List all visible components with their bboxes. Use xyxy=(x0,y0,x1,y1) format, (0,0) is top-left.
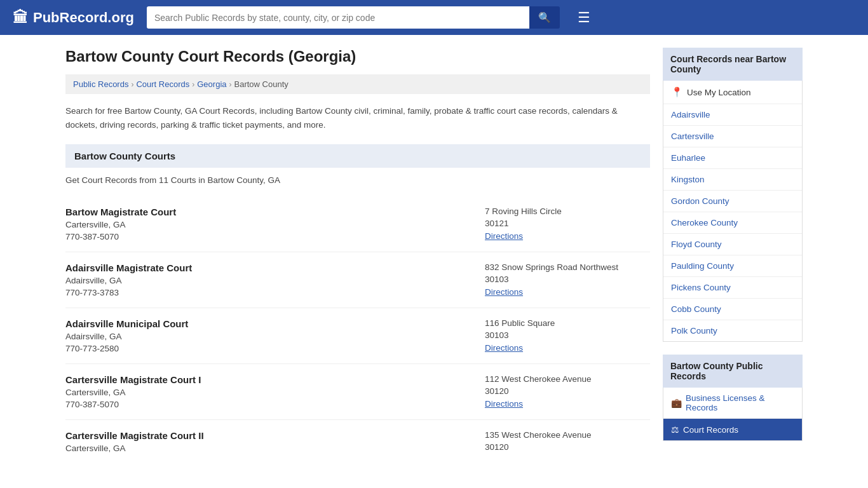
court-city: Cartersville, GA xyxy=(65,388,201,397)
court-city: Adairsville, GA xyxy=(65,332,188,341)
court-address: 832 Snow Springs Road Northwest xyxy=(485,262,650,272)
public-record-icon-0: 💼 xyxy=(671,398,682,408)
sidebar-nearby-item-8[interactable]: Pickens County xyxy=(663,277,802,299)
breadcrumb-current: Bartow County xyxy=(234,79,288,89)
content-area: Bartow County Court Records (Georgia) Pu… xyxy=(65,48,650,466)
court-zip: 30103 xyxy=(485,274,650,284)
court-left-4: Cartersville Magistrate Court II Carters… xyxy=(65,430,204,456)
sidebar-nearby-item-3[interactable]: Kingston xyxy=(663,169,802,191)
court-address: 116 Public Square xyxy=(485,318,650,328)
breadcrumb-court-records[interactable]: Court Records xyxy=(136,79,189,89)
search-input[interactable] xyxy=(147,6,529,29)
main-container: Bartow County Court Records (Georgia) Pu… xyxy=(53,35,815,478)
sidebar-nearby-item-10[interactable]: Polk County xyxy=(663,320,802,341)
menu-button[interactable]: ☰ xyxy=(573,7,595,29)
court-entry: Adairsville Magistrate Court Adairsville… xyxy=(65,252,650,308)
court-zip: 30120 xyxy=(485,442,650,452)
breadcrumb: Public Records › Court Records › Georgia… xyxy=(65,74,650,94)
logo-icon: 🏛 xyxy=(13,9,28,27)
court-right-1: 832 Snow Springs Road Northwest 30103 Di… xyxy=(485,262,650,297)
court-directions[interactable]: Directions xyxy=(485,287,650,297)
page-title: Bartow County Court Records (Georgia) xyxy=(65,48,650,65)
court-right-4: 135 West Cherokee Avenue 30120 xyxy=(485,430,650,456)
page-description: Search for free Bartow County, GA Court … xyxy=(65,104,650,132)
sidebar-public-record-item-0[interactable]: 💼Business Licenses & Records xyxy=(663,388,802,419)
breadcrumb-public-records[interactable]: Public Records xyxy=(73,79,128,89)
directions-link[interactable]: Directions xyxy=(485,343,523,353)
sidebar-nearby-item-0[interactable]: Adairsville xyxy=(663,104,802,126)
courts-section-header: Bartow County Courts xyxy=(65,144,650,168)
court-phone: 770-773-3783 xyxy=(65,288,192,297)
directions-link[interactable]: Directions xyxy=(485,399,523,409)
sidebar: Court Records near Bartow County 📍 Use M… xyxy=(663,48,803,466)
court-address: 7 Roving Hills Circle xyxy=(485,207,650,216)
sidebar-nearby-item-5[interactable]: Cherokee County xyxy=(663,212,802,234)
breadcrumb-sep-1: › xyxy=(131,80,133,89)
court-phone: 770-387-5070 xyxy=(65,232,176,241)
public-record-label-0: Business Licenses & Records xyxy=(686,393,794,412)
menu-icon: ☰ xyxy=(578,10,590,25)
court-phone: 770-387-5070 xyxy=(65,400,201,409)
court-zip: 30121 xyxy=(485,219,650,228)
breadcrumb-sep-2: › xyxy=(192,80,194,89)
location-pin-icon: 📍 xyxy=(671,86,683,98)
sidebar-nearby-item-2[interactable]: Euharlee xyxy=(663,147,802,169)
use-my-location[interactable]: 📍 Use My Location xyxy=(663,81,802,104)
court-directions[interactable]: Directions xyxy=(485,398,650,409)
search-button[interactable]: 🔍 xyxy=(529,6,560,29)
nearby-list: 📍 Use My Location AdairsvilleCartersvill… xyxy=(663,81,803,342)
court-entry: Cartersville Magistrate Court II Carters… xyxy=(65,420,650,466)
breadcrumb-georgia[interactable]: Georgia xyxy=(197,79,226,89)
use-location-label: Use My Location xyxy=(687,88,751,97)
sidebar-nearby-item-6[interactable]: Floyd County xyxy=(663,234,802,255)
court-left-3: Cartersville Magistrate Court I Cartersv… xyxy=(65,374,201,409)
sidebar-public-record-item-1[interactable]: ⚖Court Records xyxy=(663,419,802,440)
court-address: 112 West Cherokee Avenue xyxy=(485,374,650,384)
court-phone: 770-773-2580 xyxy=(65,344,188,353)
court-right-2: 116 Public Square 30103 Directions xyxy=(485,318,650,353)
sidebar-nearby-item-1[interactable]: Cartersville xyxy=(663,126,802,147)
court-city: Cartersville, GA xyxy=(65,444,204,453)
court-left-0: Bartow Magistrate Court Cartersville, GA… xyxy=(65,207,176,241)
public-record-icon-1: ⚖ xyxy=(671,424,679,435)
logo[interactable]: 🏛 PubRecord.org xyxy=(13,9,134,27)
court-right-3: 112 West Cherokee Avenue 30120 Direction… xyxy=(485,374,650,409)
sidebar-nearby-item-4[interactable]: Gordon County xyxy=(663,191,802,212)
court-name: Adairsville Municipal Court xyxy=(65,318,188,329)
court-zip: 30103 xyxy=(485,330,650,340)
search-container: 🔍 xyxy=(147,6,560,29)
court-city: Adairsville, GA xyxy=(65,276,192,285)
public-record-label-1: Court Records xyxy=(683,425,738,435)
public-records-list: 💼Business Licenses & Records⚖Court Recor… xyxy=(663,388,803,441)
court-name: Cartersville Magistrate Court I xyxy=(65,374,201,385)
court-left-2: Adairsville Municipal Court Adairsville,… xyxy=(65,318,188,353)
court-left-1: Adairsville Magistrate Court Adairsville… xyxy=(65,262,192,297)
court-entry: Cartersville Magistrate Court I Cartersv… xyxy=(65,364,650,420)
directions-link[interactable]: Directions xyxy=(485,287,523,297)
courts-list: Bartow Magistrate Court Cartersville, GA… xyxy=(65,196,650,466)
court-zip: 30120 xyxy=(485,386,650,396)
directions-link[interactable]: Directions xyxy=(485,231,523,241)
court-name: Adairsville Magistrate Court xyxy=(65,262,192,273)
breadcrumb-sep-3: › xyxy=(229,80,232,89)
court-right-0: 7 Roving Hills Circle 30121 Directions xyxy=(485,207,650,241)
court-city: Cartersville, GA xyxy=(65,220,176,229)
court-address: 135 West Cherokee Avenue xyxy=(485,430,650,440)
sidebar-nearby-item-9[interactable]: Cobb County xyxy=(663,299,802,320)
sidebar-nearby-item-7[interactable]: Paulding County xyxy=(663,255,802,277)
court-directions[interactable]: Directions xyxy=(485,231,650,241)
court-entry: Adairsville Municipal Court Adairsville,… xyxy=(65,308,650,364)
public-records-header: Bartow County Public Records xyxy=(663,355,803,388)
nearby-header: Court Records near Bartow County xyxy=(663,48,803,81)
court-name: Bartow Magistrate Court xyxy=(65,207,176,217)
court-name: Cartersville Magistrate Court II xyxy=(65,430,204,441)
search-icon: 🔍 xyxy=(538,12,551,23)
court-entry: Bartow Magistrate Court Cartersville, GA… xyxy=(65,196,650,252)
logo-text: PubRecord.org xyxy=(33,10,134,26)
header: 🏛 PubRecord.org 🔍 ☰ xyxy=(0,0,868,35)
courts-count: Get Court Records from 11 Courts in Bart… xyxy=(65,175,650,185)
court-directions[interactable]: Directions xyxy=(485,342,650,353)
